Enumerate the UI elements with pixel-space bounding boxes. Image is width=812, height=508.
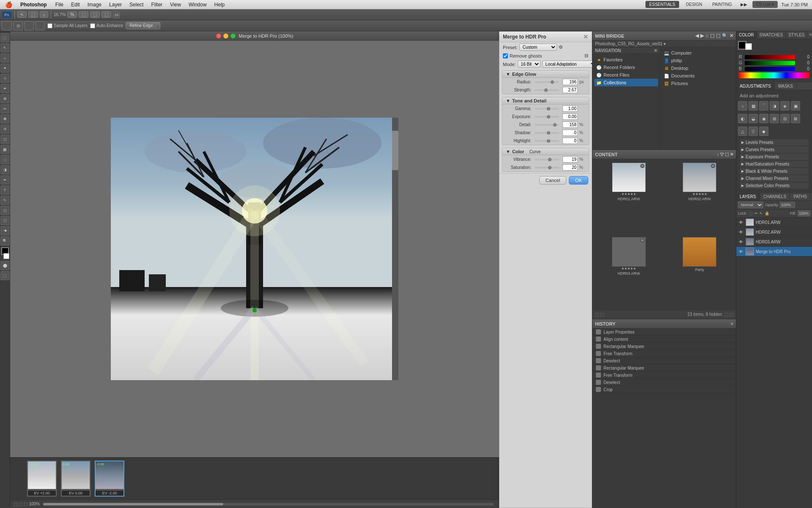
adj-photo-filter[interactable]: ◉ [759, 114, 768, 123]
content-item-4[interactable]: Party [665, 235, 735, 308]
tab-color[interactable]: COLOR [736, 31, 757, 39]
g-bar[interactable] [745, 61, 795, 65]
tool-history-brush[interactable]: ↺ [0, 124, 10, 134]
color-panel-options[interactable]: ≡ [807, 31, 812, 39]
mini-bridge-close[interactable]: ✕ [730, 33, 733, 39]
layer-hdr01[interactable]: 👁 HDR01.ARW [736, 218, 812, 227]
preset-curves-header[interactable]: ▶ Curves Presets [740, 146, 809, 153]
lock-image[interactable]: ✏ [754, 211, 758, 215]
strength-thumb[interactable] [544, 88, 548, 92]
preset-select[interactable]: Custom Photorealistic Surrealistic [519, 44, 557, 51]
tool-selection[interactable]: ⬚ [28, 11, 38, 18]
menu-select[interactable]: Select [126, 1, 147, 8]
sample-all-layers-check[interactable] [47, 23, 52, 28]
preset-exposure-header[interactable]: ▶ Exposure Presets [740, 154, 809, 160]
sample-all-layers-label[interactable]: Sample All Layers [47, 23, 88, 28]
content-item-3[interactable]: ⊕ ★★★★★ HDR03.ARW [594, 235, 664, 308]
fill-input[interactable]: 100% [798, 210, 810, 216]
tool-btn-a[interactable]: ⬚ [79, 11, 88, 18]
layer-hdr02[interactable]: 👁 HDR02.ARW [736, 227, 812, 237]
tool-move[interactable]: ↖ [17, 11, 27, 18]
preset-levels-header[interactable]: ▶ Levels Presets [740, 139, 809, 146]
highlight-input[interactable]: 0 [562, 138, 578, 144]
content-filter[interactable]: ▽ [720, 152, 724, 157]
gamma-slider[interactable] [535, 108, 559, 110]
history-crop[interactable]: Crop [593, 386, 736, 393]
edge-glow-collapse[interactable]: ▼ [506, 72, 510, 77]
detail-input[interactable]: 158 [562, 121, 578, 128]
adj-invert[interactable]: ⊟ [780, 114, 790, 123]
tab-styles[interactable]: STYLES [786, 31, 807, 39]
strength-slider[interactable] [535, 89, 559, 91]
workspace-essentials[interactable]: ESSENTIALS [645, 1, 679, 8]
adj-selective-color[interactable]: ◆ [759, 127, 768, 136]
history-align[interactable]: Align content [593, 336, 736, 343]
thumbnail-1[interactable]: +2.00 EV +2.00 [27, 461, 57, 497]
quick-mask[interactable]: ⬤ [0, 261, 10, 270]
history-layer-props[interactable]: Layer Properties [593, 329, 736, 336]
adaptation-select[interactable]: Local Adaptation Equalize Histogram Expo… [542, 61, 592, 68]
adj-exposure[interactable]: ◑ [770, 101, 779, 110]
history-free-transform-2[interactable]: Free Transform [593, 372, 736, 379]
shadow-slider[interactable] [535, 132, 559, 134]
nav-computer[interactable]: 💻 Computer [662, 49, 734, 57]
shadow-thumb[interactable] [547, 131, 550, 135]
tone-collapse[interactable]: ▼ [506, 98, 510, 103]
tool-eraser[interactable]: ◻ [0, 135, 10, 144]
history-deselect-1[interactable]: Deselect [593, 357, 736, 364]
background-color[interactable] [3, 253, 9, 259]
dialog-close[interactable]: ✕ [583, 33, 588, 40]
close-btn[interactable] [216, 33, 221, 39]
screen-mode[interactable]: ⬚ [0, 271, 10, 280]
highlight-thumb[interactable] [547, 139, 550, 143]
tool-clone[interactable]: ✤ [0, 114, 10, 124]
brush-options-btn[interactable] [25, 21, 34, 30]
nav-recent-files[interactable]: 🕐 Recent Files [594, 71, 658, 79]
v-scroll-thumb[interactable] [392, 131, 398, 170]
tab-channels[interactable]: CHANNELS [760, 193, 790, 200]
canvas-container[interactable] [10, 41, 499, 457]
tool-brush[interactable]: ✏ [0, 104, 10, 113]
lock-all[interactable]: 🔒 [765, 211, 769, 215]
tool-eyedropper[interactable]: ✒ [0, 84, 10, 93]
highlight-slider[interactable] [535, 140, 559, 142]
adj-posterize[interactable]: ⊠ [791, 114, 800, 123]
adj-levels[interactable]: ▦ [749, 101, 758, 110]
nav-collections[interactable]: 📁 Collections [594, 79, 658, 86]
tool-gradient[interactable]: ▦ [0, 145, 10, 154]
tool-heal[interactable]: ⊕ [0, 94, 10, 103]
remove-ghosts-check[interactable] [503, 53, 508, 58]
adj-bw[interactable]: ◒ [749, 114, 758, 123]
menu-layer[interactable]: Layer [106, 1, 125, 8]
background-swatch[interactable] [745, 43, 752, 50]
nav-favorites[interactable]: ★ Favorites [594, 56, 658, 64]
auto-enhance-check[interactable] [90, 23, 95, 28]
gamma-thumb[interactable] [547, 107, 550, 110]
lock-transparent[interactable]: ⬚ [749, 211, 753, 215]
auto-enhance-label[interactable]: Auto-Enhance [90, 23, 123, 28]
tool-shape[interactable]: ◻ [0, 206, 10, 215]
radius-thumb[interactable] [551, 80, 554, 84]
tab-adjustments[interactable]: ADJUSTMENTS [736, 83, 775, 90]
exposure-input[interactable]: 0.00 [562, 113, 578, 120]
adj-curves[interactable]: ⌒ [759, 101, 768, 110]
zoom-percent[interactable]: % [67, 11, 77, 18]
tab-masks[interactable]: MASKS [775, 83, 797, 90]
refine-edge-btn[interactable]: Refine Edge... [126, 22, 160, 29]
mini-bridge-search[interactable]: 🔍 [722, 33, 728, 39]
menu-edit[interactable]: Edit [68, 1, 83, 8]
preset-channel-mixer-header[interactable]: ▶ Channel Mixer Presets [740, 175, 809, 182]
menu-image[interactable]: Image [84, 1, 105, 8]
adj-channel-mixer[interactable]: ⊞ [770, 114, 779, 123]
menu-filter[interactable]: Filter [148, 1, 166, 8]
tool-move-lt[interactable]: ↖ [0, 43, 10, 52]
preset-options[interactable]: ⚙ [559, 44, 563, 50]
remove-ghosts-options[interactable]: ⊟ [584, 53, 588, 58]
workspace-painting[interactable]: PAINTING [709, 1, 735, 8]
saturation-input[interactable]: 20 [562, 164, 578, 171]
tool-magic-wand[interactable]: ✦ [0, 64, 10, 73]
vibrance-input[interactable]: 19 [562, 156, 578, 163]
layer-eye-1[interactable]: 👁 [738, 220, 744, 225]
gamma-input[interactable]: 1.00 [562, 105, 578, 112]
strength-input[interactable]: 2.67 [562, 87, 578, 93]
